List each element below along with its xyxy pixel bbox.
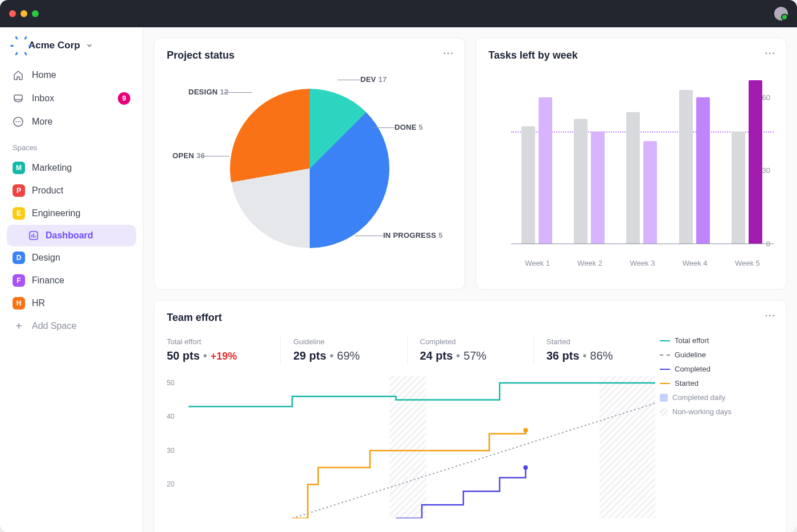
- plus-icon: +: [13, 320, 25, 332]
- y-tick: 40: [167, 413, 174, 420]
- team-effort-chart: [188, 376, 655, 518]
- space-icon: H: [13, 297, 25, 310]
- bar-a: [626, 112, 640, 244]
- x-label: Week 4: [679, 259, 711, 267]
- space-icon: E: [13, 207, 25, 220]
- space-item-engineering[interactable]: EEngineering: [7, 202, 136, 225]
- bar-b: [696, 97, 710, 244]
- x-label: Week 2: [574, 259, 606, 267]
- space-name: HR: [32, 298, 45, 308]
- team-effort-menu-button[interactable]: ···: [765, 311, 776, 321]
- chevron-down-icon: [86, 42, 93, 49]
- nav-more-label: More: [32, 117, 52, 127]
- stat-total-effort: Total effort50 pts•+19%: [167, 336, 280, 364]
- bar-b: [749, 80, 762, 244]
- legend-completed-daily: Completed daily: [660, 393, 774, 402]
- inbox-icon: [13, 93, 24, 104]
- org-name: Acme Corp: [28, 40, 80, 51]
- nav-home-label: Home: [32, 70, 56, 80]
- dashboard-icon: [28, 230, 39, 241]
- pie-label-dev: DEV 17: [360, 75, 387, 84]
- x-label: Week 1: [521, 259, 553, 267]
- window-close-button[interactable]: [9, 10, 16, 17]
- y-tick: 20: [167, 480, 174, 488]
- bar-group-4: [679, 90, 711, 244]
- space-item-marketing[interactable]: MMarketing: [7, 156, 136, 179]
- more-icon: [13, 116, 24, 127]
- nav-inbox[interactable]: Inbox 9: [7, 86, 136, 110]
- window-zoom-button[interactable]: [32, 10, 39, 17]
- space-item-product[interactable]: PProduct: [7, 179, 136, 202]
- window-minimize-button[interactable]: [20, 10, 27, 17]
- bar-group-3: [626, 112, 658, 244]
- stat-label: Completed: [420, 337, 521, 346]
- sidebar: Acme Corp Home Inbox 9 More: [0, 27, 143, 532]
- dashboard-label: Dashboard: [46, 230, 93, 241]
- add-space-button[interactable]: + Add Space: [7, 315, 136, 337]
- space-name: Design: [32, 253, 60, 263]
- space-icon: D: [13, 251, 25, 264]
- bar-a: [679, 90, 693, 244]
- svg-point-2: [18, 121, 19, 122]
- add-space-label: Add Space: [32, 321, 76, 331]
- space-item-hr[interactable]: HHR: [7, 292, 136, 315]
- space-name: Product: [32, 185, 63, 196]
- home-icon: [13, 69, 24, 81]
- space-name: Marketing: [32, 163, 72, 173]
- space-icon: F: [13, 274, 25, 287]
- bar-b: [591, 131, 605, 244]
- bar-group-1: [521, 97, 553, 244]
- main-content: Project status ··· DEV 17DONE 5IN PROGRE…: [143, 27, 797, 532]
- legend-completed: Completed: [660, 365, 774, 373]
- project-status-menu-button[interactable]: ···: [443, 48, 454, 59]
- project-status-pie: [230, 89, 389, 248]
- stat-label: Started: [547, 337, 647, 346]
- project-status-title: Project status: [167, 50, 452, 61]
- legend-non-working: Non-working days: [660, 407, 774, 416]
- pie-label-done: DONE 5: [395, 123, 423, 131]
- legend-total-effort: Total effort: [660, 336, 774, 345]
- bar-a: [732, 131, 745, 244]
- sidebar-dashboard[interactable]: Dashboard: [7, 225, 136, 246]
- space-icon: P: [13, 184, 25, 197]
- space-name: Finance: [32, 275, 64, 286]
- stat-value: 36 pts•86%: [547, 349, 647, 362]
- bar-group-2: [574, 119, 606, 244]
- org-logo-icon: [11, 40, 23, 51]
- titlebar: [0, 0, 797, 27]
- team-effort-legend: Total effort Guideline Completed Started…: [660, 336, 774, 532]
- stat-value: 29 pts•69%: [293, 349, 394, 362]
- team-effort-card: Team effort ··· Total effort50 pts•+19%G…: [154, 300, 787, 532]
- stat-label: Guideline: [293, 337, 394, 346]
- y-tick: 50: [167, 379, 174, 387]
- pie-label-open: OPEN 36: [172, 151, 205, 160]
- svg-point-5: [523, 428, 528, 432]
- svg-point-3: [20, 121, 21, 122]
- org-switcher[interactable]: Acme Corp: [7, 36, 136, 55]
- space-item-design[interactable]: DDesign: [7, 246, 136, 269]
- x-label: Week 5: [732, 259, 763, 267]
- spaces-section-label: Spaces: [7, 133, 136, 156]
- svg-point-1: [16, 121, 17, 122]
- project-status-card: Project status ··· DEV 17DONE 5IN PROGRE…: [154, 38, 465, 290]
- team-effort-title: Team effort: [167, 312, 774, 324]
- stat-value: 24 pts•57%: [420, 349, 521, 362]
- nav-more[interactable]: More: [7, 110, 136, 133]
- legend-guideline: Guideline: [660, 350, 774, 359]
- bar-a: [574, 119, 588, 244]
- legend-started: Started: [660, 379, 774, 387]
- bar-group-5: [732, 80, 763, 244]
- stat-label: Total effort: [167, 337, 268, 346]
- inbox-badge: 9: [118, 92, 130, 105]
- x-label: Week 3: [626, 259, 658, 267]
- pie-label-design: DESIGN 12: [188, 88, 228, 96]
- nav-inbox-label: Inbox: [32, 93, 54, 104]
- bar-b: [643, 141, 657, 244]
- space-item-finance[interactable]: FFinance: [7, 269, 136, 292]
- stat-completed: Completed24 pts•57%: [407, 336, 533, 364]
- user-avatar[interactable]: [774, 7, 788, 20]
- tasks-by-week-menu-button[interactable]: ···: [765, 48, 776, 59]
- space-name: Engineering: [32, 208, 80, 218]
- nav-home[interactable]: Home: [7, 64, 136, 86]
- stat-guideline: Guideline29 pts•69%: [280, 336, 406, 364]
